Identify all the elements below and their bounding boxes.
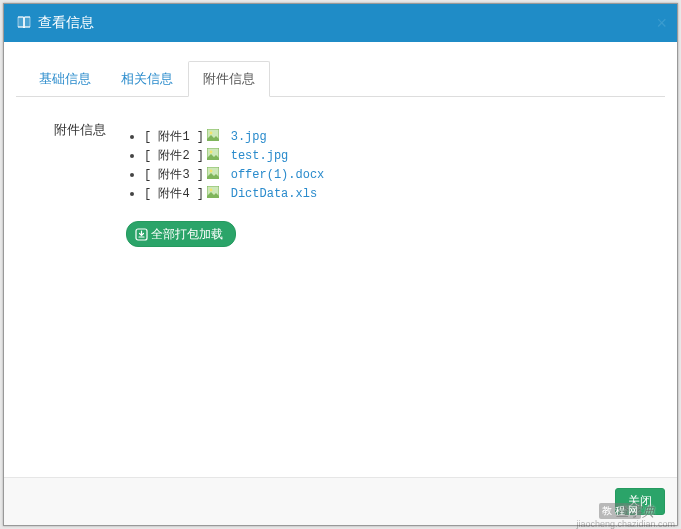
svg-point-3 bbox=[210, 151, 213, 154]
attachment-link[interactable]: 3.jpg bbox=[231, 130, 267, 144]
attachment-link[interactable]: offer(1).docx bbox=[231, 168, 325, 182]
attachment-label: [ 附件4 ] bbox=[144, 187, 204, 201]
dialog: 查看信息 × 基础信息 相关信息 附件信息 附件信息 [ 附件1 ] 3.jpg… bbox=[3, 3, 678, 526]
file-image-icon bbox=[207, 166, 219, 178]
attachment-link[interactable]: test.jpg bbox=[231, 149, 289, 163]
close-icon[interactable]: × bbox=[656, 14, 667, 32]
dialog-footer: 关闭 bbox=[4, 477, 677, 525]
attachment-label: [ 附件2 ] bbox=[144, 149, 204, 163]
download-icon bbox=[135, 228, 148, 241]
list-item: [ 附件4 ] DictData.xls bbox=[144, 184, 647, 203]
dialog-title: 查看信息 bbox=[38, 14, 94, 32]
attachment-list: [ 附件1 ] 3.jpg [ 附件2 ] test.jpg [ 附件3 ] o… bbox=[144, 127, 647, 203]
attachment-label: [ 附件3 ] bbox=[144, 168, 204, 182]
dialog-header: 查看信息 × bbox=[4, 4, 677, 42]
attachment-label: [ 附件1 ] bbox=[144, 130, 204, 144]
file-image-icon bbox=[207, 185, 219, 197]
svg-point-1 bbox=[210, 132, 213, 135]
list-item: [ 附件1 ] 3.jpg bbox=[144, 127, 647, 146]
tab-basic-info[interactable]: 基础信息 bbox=[24, 61, 106, 97]
tab-attachment-info[interactable]: 附件信息 bbox=[188, 61, 270, 97]
download-all-label: 全部打包加载 bbox=[151, 226, 223, 242]
svg-point-7 bbox=[210, 189, 213, 192]
download-all-button[interactable]: 全部打包加载 bbox=[126, 221, 236, 247]
file-image-icon bbox=[207, 128, 219, 140]
tab-bar: 基础信息 相关信息 附件信息 bbox=[16, 60, 665, 97]
file-image-icon bbox=[207, 147, 219, 159]
tab-related-info[interactable]: 相关信息 bbox=[106, 61, 188, 97]
tab-content: 附件信息 [ 附件1 ] 3.jpg [ 附件2 ] test.jpg [ 附件… bbox=[16, 97, 665, 257]
svg-point-5 bbox=[210, 170, 213, 173]
book-icon bbox=[16, 15, 32, 31]
attachment-link[interactable]: DictData.xls bbox=[231, 187, 317, 201]
list-item: [ 附件3 ] offer(1).docx bbox=[144, 165, 647, 184]
dialog-body: 基础信息 相关信息 附件信息 附件信息 [ 附件1 ] 3.jpg [ 附件2 … bbox=[4, 42, 677, 477]
close-button[interactable]: 关闭 bbox=[615, 488, 665, 515]
list-item: [ 附件2 ] test.jpg bbox=[144, 146, 647, 165]
